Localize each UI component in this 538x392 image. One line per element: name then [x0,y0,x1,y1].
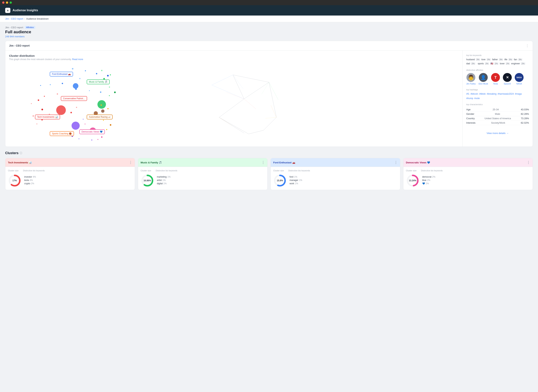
minimize-button[interactable] [6,1,8,4]
affinity-avatar-nasa: NASA [515,73,524,82]
cluster-size-label-democratic: Cluster size [406,169,416,172]
char-value-interests: Society/Work [491,121,505,124]
affinity-elon-musk[interactable]: 👤 Elon Musk [479,73,488,85]
cluster-meta-democratic: Cluster size Distinctive bio keywords [406,169,530,172]
svg-line-14 [233,75,243,89]
dot-s7 [62,83,63,84]
cluster-label-automotive[interactable]: Automotive Racing 🏎 [87,115,112,119]
svg-line-17 [219,117,232,126]
hashtag-maga[interactable]: #maga [515,93,522,96]
char-row-gender: Gender Male 82.28% [466,112,529,116]
cluster-graph: Ford Enthusiast 🚗 Music & Family 🎵 Conse… [9,63,459,140]
cluster-label-ford[interactable]: Ford Enthusiast 🚗 [50,72,73,76]
affinities-title: Distinctive affinities [466,69,529,71]
dot-purple-large [71,122,80,130]
donut-pct-music: 16.86% [144,179,151,182]
cluster-name-democratic: Democratic Views 💙 [406,161,430,164]
hashtag-vote[interactable]: #vote [474,97,480,100]
hashtag-bitcoin[interactable]: #bitcoin [471,93,478,96]
bio-kw-digital: digital 1% [157,182,171,185]
bio-kw-father: father 3% [492,58,503,61]
donut-pct-tech: 17% [12,179,17,182]
affinities-badge: Affinities [25,26,35,29]
breadcrumb-current: Audience breakdown [26,17,49,20]
bio-kw-heart-blue: 💙 2% [422,182,435,185]
cluster-card-body-tech: Cluster size Distinctive bio keywords 17… [5,167,135,190]
dot-p6 [91,140,92,140]
dot-r9 [70,112,72,113]
bio-kw-husband: husband 3% [466,58,480,61]
cluster-name-music: Music & Family 🎵 [141,161,162,164]
donut-pct-democratic: 13.24% [409,179,416,182]
dot-r2 [44,96,45,97]
svg-line-15 [226,92,244,99]
bio-kw-list-ford: ford 1% manager 1% work 1% [290,176,302,186]
svg-line-3 [219,99,244,117]
bio-kw-artist: artist 1% [157,179,171,182]
main-card: Jim - CEO report ⋮ Cluster distribution … [5,41,533,147]
affinity-tesla[interactable]: T Tesla [491,73,500,85]
cluster-label-conservative[interactable]: Conservative Patriot... [61,96,87,101]
clusters-section: Clusters ⓘ Tech Investments 📊 ⋮ Cluster … [5,151,533,190]
close-button[interactable] [2,1,5,4]
affinity-spacex[interactable]: ✕ SpaceX [503,73,512,85]
affinity-nasa[interactable]: NASA NASA [515,73,524,85]
cluster-menu-ford[interactable]: ⋮ [394,160,398,164]
cluster-size-label-ford: Cluster size [273,169,284,172]
char-label-gender: Gender [466,112,474,115]
char-pct-country: 73.28% [521,117,529,120]
dot-p5 [78,138,80,139]
affinity-name-elon: Elon Musk [479,83,488,85]
main-card-header: Jim - CEO report ⋮ [5,41,533,51]
hashtag-harriswalz[interactable]: #harriswalz2024 [497,93,514,96]
cluster-menu-music[interactable]: ⋮ [262,160,265,164]
hashtag-breaking[interactable]: #breaking [487,93,496,96]
app-logo: a [5,8,10,13]
svg-line-18 [265,117,276,118]
main-card-body: Cluster distribution This graph shows th… [5,51,533,147]
hashtag-tiktok[interactable]: #tiktok [479,93,486,96]
hashtag-f1[interactable]: #f1 [466,93,469,96]
char-pct-age: 43.03% [521,108,529,111]
cluster-menu-tech[interactable]: ⋮ [129,160,132,164]
bio-kw-democrat: democrat 2% [422,176,435,178]
dot-g4 [109,87,110,88]
cluster-label-tech[interactable]: Tech Investments 📊 [35,115,60,119]
affinities-row: 👨 Jim Farley 👤 Elon Musk T Tesla [466,73,529,85]
cluster-card-music: Music & Family 🎵 ⋮ Cluster size Distinct… [138,158,268,190]
cluster-label-sports[interactable]: Sports Coaching 🏀 [50,131,74,136]
read-more-link[interactable]: Read more [72,58,83,61]
dot-g5 [114,92,116,93]
cluster-card-tech: Tech Investments 📊 ⋮ Cluster size Distin… [5,158,135,190]
donut-democratic: 13.24% [406,174,419,187]
hashtag-trump[interactable]: #trump [466,97,473,100]
cluster-label-music[interactable]: Music & Family 🎵 [87,79,110,84]
cluster-card-body-ford: Cluster size Distinctive bio keywords 15… [271,167,400,190]
characteristics-table: Age 25-34 43.03% Gender Male 82.28% Coun… [466,107,529,125]
cluster-menu-democratic[interactable]: ⋮ [527,160,530,164]
maximize-button[interactable] [10,1,12,4]
cluster-stats-democratic: 13.24% democrat 2% blue 2% 💙 2% [406,174,530,187]
cluster-card-ford: Ford Enthusiast 🚗 ⋮ Cluster size Distinc… [271,158,400,190]
report-name-label: Jim - CEO report [5,26,23,29]
dot-r8 [36,123,37,124]
svg-line-7 [263,117,276,130]
dot-pk3 [98,139,98,140]
breadcrumb-separator: › [24,17,25,20]
char-row-age: Age 25-34 43.03% [466,107,529,112]
dot-s12 [100,92,101,93]
bio-keywords-section: Top bio keywords husband 3% love 3% fath… [466,54,529,65]
affinity-jim-farley[interactable]: 👨 Jim Farley [466,73,476,85]
card-menu-button[interactable]: ⋮ [526,44,529,48]
cluster-stats-tech: 17% investor 4% tesla 4% crypto 2% [8,174,132,187]
char-row-interests: Interests Society/Work 62.02% [466,121,529,125]
titlebar [0,0,538,5]
cluster-viz-desc: This graph shows the most relevant clust… [9,58,459,61]
bio-kw-work: work 1% [290,182,302,185]
dot-o3 [103,120,104,121]
breadcrumb-parent[interactable]: Jim - CEO report [5,17,23,20]
cluster-visualization: Cluster distribution This graph shows th… [5,51,462,147]
view-more-link[interactable]: View more details → [466,129,529,135]
dot-o1 [101,104,102,106]
cluster-label-democratic[interactable]: Democratic Views 💙 [79,129,105,134]
